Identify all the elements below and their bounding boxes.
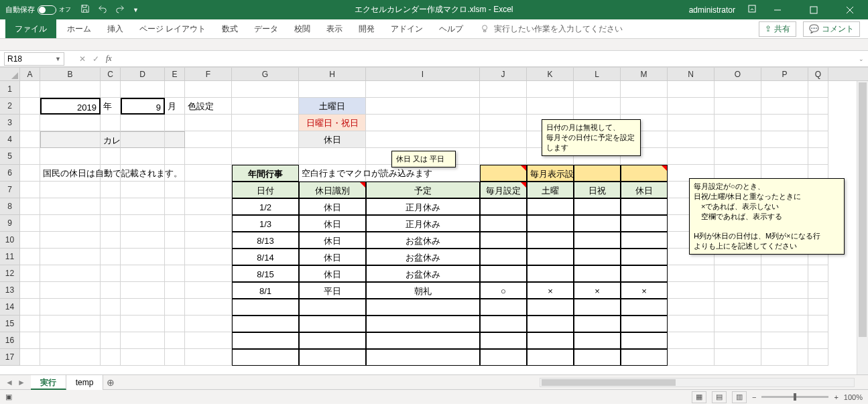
cell[interactable]: 8/15 [232, 265, 299, 282]
cell[interactable] [40, 282, 101, 299]
tab-pagelayout[interactable]: ページ レイアウト [131, 19, 214, 38]
cell[interactable] [185, 232, 232, 249]
col-header[interactable]: A [20, 68, 40, 80]
cell[interactable]: 予定 [366, 182, 480, 198]
row-header[interactable]: 17 [0, 349, 20, 366]
cell[interactable] [574, 332, 621, 349]
cell[interactable] [574, 215, 621, 232]
row-header[interactable]: 16 [0, 332, 20, 349]
cell[interactable] [185, 316, 232, 332]
cell[interactable] [40, 81, 101, 98]
cell[interactable] [299, 148, 366, 165]
cell[interactable] [20, 98, 40, 115]
row-header[interactable]: 7 [0, 182, 20, 198]
cell[interactable] [20, 81, 40, 98]
cell[interactable] [165, 299, 185, 316]
cell[interactable] [527, 249, 574, 265]
cell[interactable] [165, 182, 185, 198]
cell[interactable] [40, 115, 101, 131]
tab-help[interactable]: ヘルプ [431, 19, 471, 38]
col-header[interactable]: M [621, 68, 668, 80]
cell[interactable] [715, 98, 761, 115]
cell[interactable] [40, 349, 101, 366]
cell[interactable] [40, 232, 101, 249]
cell[interactable] [621, 198, 668, 215]
cell[interactable] [20, 332, 40, 349]
cell[interactable] [299, 332, 366, 349]
cell[interactable] [480, 198, 527, 215]
col-header[interactable]: O [715, 68, 761, 80]
cell[interactable] [366, 299, 480, 316]
cell[interactable] [165, 165, 185, 182]
cell[interactable] [165, 332, 185, 349]
cell[interactable] [574, 165, 621, 182]
cell[interactable]: 土曜日 [299, 98, 366, 115]
cell[interactable] [480, 232, 527, 249]
cell[interactable] [366, 115, 480, 131]
col-header[interactable]: N [668, 68, 715, 80]
page-break-button[interactable]: ▥ [732, 391, 747, 403]
cell[interactable]: 日付 [232, 182, 299, 198]
cell[interactable] [366, 349, 480, 366]
cell[interactable] [185, 299, 232, 316]
cell[interactable] [185, 282, 232, 299]
cell[interactable] [668, 282, 715, 299]
cell[interactable] [20, 182, 40, 198]
cell[interactable] [101, 148, 121, 165]
cell[interactable] [527, 332, 574, 349]
share-button[interactable]: ⇪共有 [759, 21, 796, 37]
page-layout-button[interactable]: ▤ [712, 391, 727, 403]
cell[interactable] [232, 299, 299, 316]
cell[interactable] [20, 232, 40, 249]
cell[interactable] [480, 349, 527, 366]
cell[interactable]: 土曜 [527, 182, 574, 198]
cell[interactable] [121, 131, 165, 148]
cell[interactable] [40, 249, 101, 265]
cell[interactable]: × [527, 282, 574, 299]
cell[interactable] [165, 115, 185, 131]
cell[interactable] [761, 148, 808, 165]
cell[interactable] [480, 115, 527, 131]
cell[interactable] [101, 349, 121, 366]
cell[interactable] [574, 316, 621, 332]
tab-file[interactable]: ファイル [5, 19, 56, 38]
tab-data[interactable]: データ [246, 19, 286, 38]
row-header[interactable]: 9 [0, 215, 20, 232]
cell[interactable] [101, 282, 121, 299]
cell[interactable] [299, 349, 366, 366]
cell[interactable]: × [574, 282, 621, 299]
cell[interactable] [121, 265, 165, 282]
cell[interactable]: お盆休み [366, 249, 480, 265]
cell[interactable]: 休日 [299, 215, 366, 232]
cell[interactable] [761, 349, 808, 366]
cell[interactable] [40, 148, 101, 165]
cell[interactable] [715, 332, 761, 349]
cell[interactable] [20, 249, 40, 265]
cell[interactable] [101, 332, 121, 349]
cell[interactable] [20, 165, 40, 182]
cell[interactable] [621, 349, 668, 366]
cell[interactable] [40, 131, 101, 148]
cell[interactable] [574, 198, 621, 215]
cell[interactable] [574, 265, 621, 282]
cell[interactable] [232, 81, 299, 98]
cell[interactable]: 毎月表示設定用 [527, 165, 574, 182]
formula-input[interactable] [115, 52, 852, 66]
row-header[interactable]: 6 [0, 165, 20, 182]
cell[interactable] [715, 81, 761, 98]
cell[interactable] [101, 299, 121, 316]
cell[interactable] [121, 349, 165, 366]
cell[interactable] [299, 316, 366, 332]
cell[interactable] [808, 131, 828, 148]
save-icon[interactable] [80, 4, 90, 15]
cell[interactable] [621, 265, 668, 282]
cell[interactable] [165, 265, 185, 282]
name-box[interactable]: R18 ▼ [4, 52, 64, 66]
cell[interactable] [715, 316, 761, 332]
cell[interactable]: 正月休み [366, 198, 480, 215]
cell[interactable] [185, 198, 232, 215]
cell[interactable] [101, 215, 121, 232]
cell[interactable] [232, 115, 299, 131]
cell[interactable] [480, 299, 527, 316]
cell[interactable] [20, 131, 40, 148]
